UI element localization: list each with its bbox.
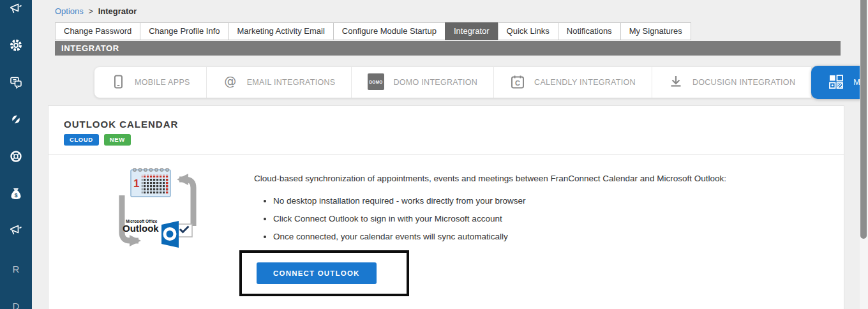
tab-docusign-integration[interactable]: DOCUSIGN INTEGRATION [652,67,811,98]
breadcrumb-options-link[interactable]: Options [55,6,84,16]
lifebuoy-icon[interactable] [9,149,23,163]
svg-text:$: $ [15,192,18,199]
tab-label: MOBILE APPS [135,78,190,87]
tab-label: EMAIL INTEGRATIONS [247,78,336,87]
list-item: Once connected, your calendar events wil… [273,232,726,241]
tab-change-password[interactable]: Change Password [55,22,140,40]
domo-logo: DOMO [368,73,384,92]
badges: CLOUD NEW [64,134,828,146]
card-body: 1 Microsoft Office Outlook [49,154,844,309]
chat-icon[interactable] [9,75,23,89]
download-icon [668,74,684,91]
tab-label: CALENDLY INTEGRATION [534,78,636,87]
breadcrumb-separator: > [88,6,93,16]
scrollbar-thumb[interactable] [860,0,867,239]
outlook-logo-icon [161,221,192,248]
megaphone-icon[interactable] [9,223,23,237]
at-icon: @ [223,74,238,91]
primary-tab-bar: Change Password Change Profile Info Mark… [55,22,691,40]
connect-outlook-button[interactable]: CONNECT OUTLOOK [257,262,377,284]
card-title: OUTLOOK CALENDAR [64,119,828,130]
scrollbar-track[interactable] [860,0,868,309]
tab-calendly-integration[interactable]: C CALENDLY INTEGRATION [494,67,652,98]
tab-my-signatures[interactable]: My Signatures [620,22,691,40]
swoosh-icon[interactable] [9,112,23,126]
sidebar-initial-d[interactable]: D [0,301,32,309]
tab-integrator[interactable]: Integrator [445,22,498,40]
sync-arrow-left-icon [179,179,193,226]
sidebar-initial-r[interactable]: R [0,264,32,275]
outlook-sync-illustration: 1 Microsoft Office Outlook [116,165,211,309]
breadcrumb-current: Integrator [98,6,137,16]
tab-marketing-activity-email[interactable]: Marketing Activity Email [228,22,334,40]
svg-text:DOMO: DOMO [370,79,383,84]
section-header-bar: INTEGRATOR [55,41,841,56]
tab-notifications[interactable]: Notifications [558,22,621,40]
megaphone-icon[interactable] [9,2,23,16]
breadcrumb: Options > Integrator [55,6,137,16]
new-badge: NEW [104,134,131,146]
moneybag-icon[interactable]: $ [9,186,23,200]
list-item: No desktop installation required - works… [273,196,726,206]
tab-label: DOMO INTEGRATION [393,78,477,87]
outlook-calendar-card: OUTLOOK CALENDAR CLOUD NEW [48,105,844,309]
tab-quick-links[interactable]: Quick Links [498,22,558,40]
gear-icon[interactable] [9,38,23,52]
cloud-badge: CLOUD [64,134,99,146]
brand-large-text: Outlook [123,223,159,234]
tab-change-profile-info[interactable]: Change Profile Info [140,22,228,40]
sync-arrow-right-icon [122,195,138,241]
integration-tab-bar: MOBILE APPS @ EMAIL INTEGRATIONS DOMO DO… [94,66,868,99]
grid-icon [828,74,844,91]
highlight-annotation-box: CONNECT OUTLOOK [239,250,409,296]
card-header: OUTLOOK CALENDAR CLOUD NEW [49,106,844,154]
tab-mobile-apps[interactable]: MOBILE APPS [94,67,207,98]
calendar-illustration-icon: 1 [131,169,170,197]
content-column: Cloud-based synchronization of appointme… [254,165,726,309]
tab-email-integrations[interactable]: @ EMAIL INTEGRATIONS [207,67,352,98]
tab-configure-module-startup[interactable]: Configure Module Startup [333,22,445,40]
left-sidebar: $ R D [0,0,32,309]
main-content: Options > Integrator Change Password Cha… [32,0,868,309]
svg-text:1: 1 [133,177,139,190]
calendar-icon: C [510,74,525,91]
mobile-icon [110,74,126,91]
tab-label: DOCUSIGN INTEGRATION [692,78,795,87]
svg-text:C: C [515,79,520,86]
feature-list: No desktop installation required - works… [254,196,726,241]
svg-text:@: @ [224,74,236,88]
list-item: Click Connect Outlook to sign in with yo… [273,214,726,223]
tab-domo-integration[interactable]: DOMO DOMO INTEGRATION [352,67,494,98]
description-text: Cloud-based synchronization of appointme… [254,174,726,183]
integration-tab-strip: MOBILE APPS @ EMAIL INTEGRATIONS DOMO DO… [94,67,811,98]
